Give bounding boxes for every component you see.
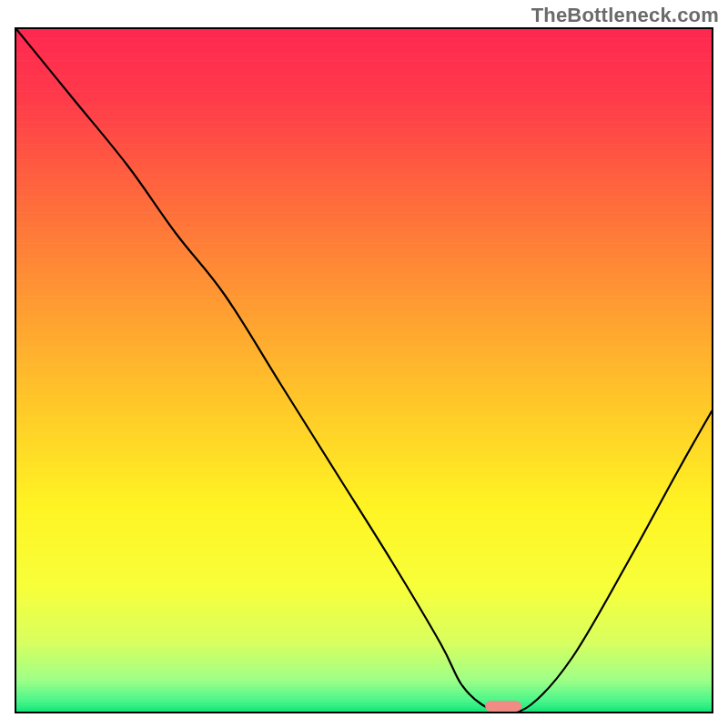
bottleneck-curve xyxy=(16,29,712,712)
watermark-text: TheBottleneck.com xyxy=(531,4,719,27)
curve-path xyxy=(16,29,712,712)
chart-root: TheBottleneck.com xyxy=(0,0,728,728)
plot-frame xyxy=(15,27,713,713)
optimal-marker xyxy=(485,701,521,712)
plot-area xyxy=(16,29,712,712)
